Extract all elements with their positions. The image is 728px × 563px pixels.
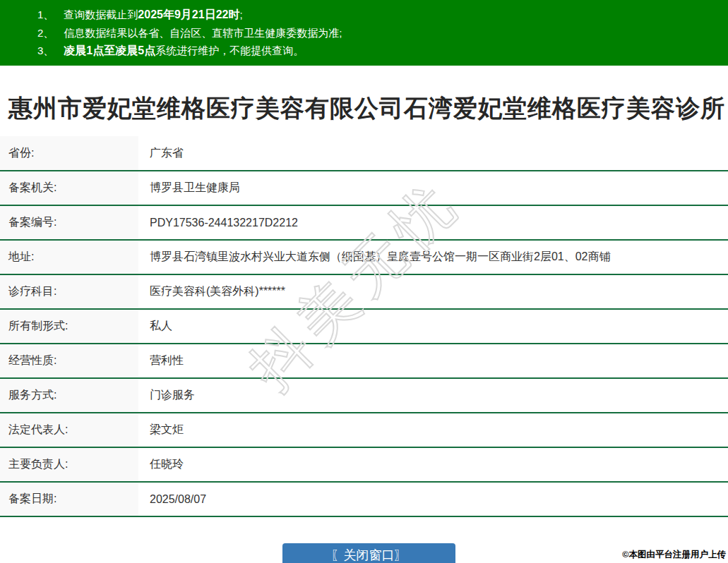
notice-line-1: 1、查询数据截止到2025年9月21日22时; <box>37 6 721 24</box>
notice-bar: 1、查询数据截止到2025年9月21日22时; 2、信息数据结果以各省、自治区、… <box>0 0 728 66</box>
query-result-page: 1、查询数据截止到2025年9月21日22时; 2、信息数据结果以各省、自治区、… <box>0 0 728 563</box>
notice-text: 系统进行维护，不能提供查询。 <box>155 44 304 56</box>
table-row-business-nature: 经营性质: 营利性 <box>0 344 728 378</box>
field-label: 备案日期: <box>0 482 138 516</box>
page-title: 惠州市爱妃堂维格医疗美容有限公司石湾爱妃堂维格医疗美容诊所 <box>8 92 728 125</box>
table-row-service-mode: 服务方式: 门诊服务 <box>0 378 728 413</box>
field-label: 备案机关: <box>0 171 138 205</box>
field-value: 2025/08/07 <box>138 482 728 516</box>
notice-line-3: 3、凌晨1点至凌晨5点系统进行维护，不能提供查询。 <box>37 42 721 60</box>
notice-number: 2、 <box>37 27 54 39</box>
button-row: 〖关闭窗口〗 <box>0 543 728 563</box>
table-row-legal-representative: 法定代表人: 梁文炬 <box>0 413 728 447</box>
field-label: 经营性质: <box>0 344 138 378</box>
field-value: 广东省 <box>138 136 728 171</box>
close-window-button[interactable]: 〖关闭窗口〗 <box>282 543 455 563</box>
notice-number: 3、 <box>37 44 54 56</box>
field-value: 梁文炬 <box>138 413 728 447</box>
table-row-departments: 诊疗科目: 医疗美容科(美容外科)****** <box>0 274 728 309</box>
table-row-filing-authority: 备案机关: 博罗县卫生健康局 <box>0 171 728 205</box>
field-label: 地址: <box>0 240 138 274</box>
field-value: 门诊服务 <box>138 378 728 413</box>
notice-text: 查询数据截止到 <box>64 8 138 20</box>
field-value: 医疗美容科(美容外科)****** <box>138 274 728 309</box>
notice-text: 信息数据结果以各省、自治区、直辖市卫生健康委数据为准; <box>64 27 342 39</box>
record-table: 省份: 广东省 备案机关: 博罗县卫生健康局 备案编号: PDY17536-24… <box>0 136 728 517</box>
table-row-principal: 主要负责人: 任晓玲 <box>0 447 728 482</box>
field-value: 营利性 <box>138 344 728 378</box>
table-row-ownership: 所有制形式: 私人 <box>0 309 728 344</box>
notice-text: ; <box>239 8 242 20</box>
field-label: 诊疗科目: <box>0 274 138 309</box>
table-row-filing-number: 备案编号: PDY17536-244132217D2212 <box>0 205 728 240</box>
notice-line-2: 2、信息数据结果以各省、自治区、直辖市卫生健康委数据为准; <box>37 24 721 42</box>
field-label: 省份: <box>0 136 138 171</box>
field-label: 法定代表人: <box>0 413 138 447</box>
field-label: 所有制形式: <box>0 309 138 344</box>
field-value: 私人 <box>138 309 728 344</box>
field-label: 备案编号: <box>0 205 138 240</box>
field-label: 服务方式: <box>0 378 138 413</box>
field-label: 主要负责人: <box>0 447 138 482</box>
notice-number: 1、 <box>37 8 54 20</box>
table-row-province: 省份: 广东省 <box>0 136 728 171</box>
notice-text-bold: 凌晨1点至凌晨5点 <box>64 44 155 56</box>
credit-stamp: ©本图由平台注册用户上传 <box>622 549 726 561</box>
field-value: 博罗县石湾镇里波水村兴业大道东侧（细围基）皇庭壹号公馆一期一区商业街2层01、0… <box>138 240 728 274</box>
field-value: PDY17536-244132217D2212 <box>138 205 728 240</box>
field-value: 任晓玲 <box>138 447 728 482</box>
notice-text-bold: 2025年9月21日22时 <box>138 8 239 20</box>
field-value: 博罗县卫生健康局 <box>138 171 728 205</box>
table-row-filing-date: 备案日期: 2025/08/07 <box>0 482 728 516</box>
table-row-address: 地址: 博罗县石湾镇里波水村兴业大道东侧（细围基）皇庭壹号公馆一期一区商业街2层… <box>0 240 728 274</box>
